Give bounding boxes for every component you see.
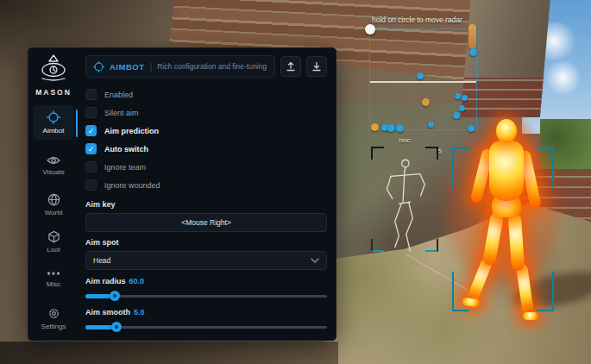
cheat-menu-window: MASON Aimbot Visuals World [28,47,336,341]
slider-value: 60.0 [129,277,145,286]
aim-key-bind-button[interactable]: <Mouse Right> [85,213,327,232]
esp-player-name: noc [371,136,438,144]
import-config-button[interactable] [306,56,327,77]
radar-blip [459,105,465,111]
sidebar-item-label: Settings [41,323,66,330]
sidebar-item-aimbot[interactable]: Aimbot [33,105,74,140]
radar-blip [422,98,430,106]
ellipsis-icon [47,269,60,278]
sidebar-item-settings[interactable]: Settings [33,307,74,330]
sidebar-item-label: Misc [47,280,60,288]
checkbox-row[interactable]: Auto switch [85,140,327,158]
sidebar-item-label: Visuals [42,168,65,176]
upload-icon [286,61,296,72]
skeleton-esp-box: noc 5 [371,138,438,252]
export-config-button[interactable] [280,56,301,77]
aim-smooth-label: Aim smooth5.0 [85,308,327,317]
checkbox-row[interactable]: Aim prediction [85,122,327,140]
crosshair-icon [93,61,104,72]
esp-corner-frame [371,147,438,252]
checkbox-label: Enabled [104,91,133,99]
checkbox-label: Ignore team [104,163,146,172]
radar-blip [455,93,461,99]
radar-hint-text: hold on circle to move radar [372,16,510,24]
radar-blip [396,124,404,132]
sidebar-item-misc[interactable]: Misc [33,269,74,288]
sidebar-item-label: Loot [47,246,60,254]
ground-strip-bottom [0,342,338,364]
slider-thumb[interactable] [111,322,122,332]
sidebar-item-world[interactable]: World [33,193,74,217]
gear-icon [47,307,60,320]
download-icon [311,61,322,72]
checkbox-label: Auto switch [104,145,148,154]
radar-blip [371,123,379,131]
radar-blip [417,72,424,79]
module-title-bar: AIMBOT | Rich configuration and fine-tun… [85,55,275,78]
slider-track[interactable] [85,295,327,298]
sidebar-item-label: Aimbot [43,127,65,135]
aim-radius-label: Aim radius60.0 [85,277,327,286]
cube-icon [47,230,60,243]
checkbox-row[interactable]: Silent aim [85,104,327,122]
slider-thumb[interactable] [110,291,120,301]
globe-icon [47,193,60,206]
skeleton-esp-figure [378,157,430,254]
brand-logo: MASON [33,53,74,97]
radar-blip [453,112,460,119]
sidebar-item-label: World [45,209,63,217]
radar-blip [387,124,395,132]
cloud [544,60,582,95]
chevron-down-icon [311,258,319,263]
sidebar: MASON Aimbot Visuals World [28,48,79,340]
brand-name: MASON [33,88,74,97]
radar-axis-line [370,81,476,83]
bracket-bottom-right [537,272,554,311]
aim-radius-slider[interactable] [85,291,327,301]
active-indicator-bar [76,110,79,137]
panel-content: AIMBOT | Rich configuration and fine-tun… [85,55,327,332]
aim-spot-value: Head [93,256,110,265]
checkbox[interactable] [85,107,97,118]
player-head [496,119,517,143]
aim-spot-select[interactable]: Head [85,251,327,270]
aim-spot-label: Aim spot [85,238,327,247]
checkbox[interactable] [85,143,97,154]
checkbox-label: Aim prediction [104,127,159,135]
bracket-top-left [452,147,469,187]
screenshot-root: hold on circle to move radar [0,0,591,364]
module-subtitle: Rich configuration and fine-tuning [157,62,267,71]
checkbox-row[interactable]: Enabled [85,85,327,104]
checkbox-list: Enabled Silent aim Aim prediction [85,85,327,194]
radar-marker-capsule [468,24,476,49]
player-foot [523,312,538,320]
mason-eye-icon [36,53,71,83]
module-title: AIMBOT [110,62,144,72]
radar: hold on circle to move radar [369,28,477,130]
aim-smooth-slider[interactable] [85,322,327,332]
slider-value: 5.0 [134,308,145,317]
bracket-top-right [537,147,554,187]
radar-marker-dot [469,48,477,56]
radar-drag-handle[interactable] [365,24,375,35]
checkbox[interactable] [85,161,97,173]
title-separator: | [149,61,152,72]
sidebar-item-visuals[interactable]: Visuals [33,155,74,176]
player-esp-box [452,147,554,311]
checkbox-row[interactable]: Ignore team [85,158,327,176]
checkbox-row[interactable]: Ignore wounded [85,176,327,194]
radar-blip [468,125,475,132]
aim-key-label: Aim key [85,200,327,209]
crosshair-icon [47,110,60,124]
checkbox-label: Silent aim [104,109,139,117]
bracket-bottom-left [452,272,469,311]
radar-blip [428,122,434,128]
sidebar-item-loot[interactable]: Loot [33,230,74,254]
radar-blip [462,95,468,101]
eye-icon [47,155,60,166]
checkbox[interactable] [85,89,97,100]
checkbox[interactable] [85,125,97,136]
slider-title: Aim radius [85,277,126,286]
checkbox[interactable] [85,179,97,191]
esp-distance: 5 [438,148,442,154]
